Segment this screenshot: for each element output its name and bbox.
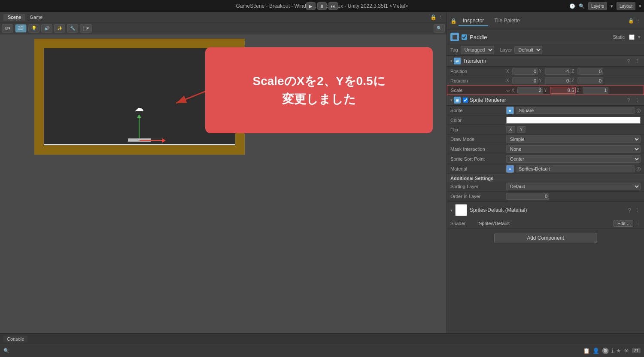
search-scene-button[interactable]: 🔍 xyxy=(434,24,445,33)
play-button[interactable]: ▶ xyxy=(306,2,316,10)
stacktrace-icon[interactable]: ℹ xyxy=(611,348,614,354)
draw-mode-dropdown[interactable]: Simple xyxy=(506,135,641,143)
rotation-x-input[interactable] xyxy=(512,77,538,84)
rotation-z-input[interactable] xyxy=(577,77,603,84)
object-active-checkbox[interactable] xyxy=(462,34,467,40)
tag-dropdown[interactable]: Untagged xyxy=(461,46,494,54)
order-in-layer-input[interactable] xyxy=(506,193,549,200)
layer-dropdown[interactable]: Default xyxy=(514,46,542,54)
draw-mode-label: Draw Mode xyxy=(450,137,506,142)
tab-tile-palette[interactable]: Tile Palette xyxy=(490,16,524,26)
scale-y-input[interactable] xyxy=(550,87,576,94)
tag-layer-row: Tag Untagged Layer Default xyxy=(447,44,644,56)
static-dropdown-chevron[interactable]: ▾ xyxy=(638,34,641,40)
position-row: Position X Y Z xyxy=(447,67,644,76)
scale-z-label: Z xyxy=(577,88,582,93)
lighting-button[interactable]: 💡 xyxy=(28,24,39,33)
layout-chevron[interactable]: ▾ xyxy=(639,3,641,9)
mask-interaction-dropdown[interactable]: None xyxy=(506,145,641,153)
shader-value: Sprites/Default xyxy=(479,221,611,226)
mask-interaction-value: None xyxy=(506,145,641,153)
tab-scene[interactable]: Scene xyxy=(3,14,25,21)
sprite-renderer-icon: ▣ xyxy=(454,97,461,104)
rotation-y-input[interactable] xyxy=(545,77,571,84)
pause-button[interactable]: ⏸ xyxy=(317,2,327,10)
sprite-sort-point-value: Center xyxy=(506,155,641,163)
eye-icon[interactable]: 👁 xyxy=(624,348,629,354)
lock-panel-icon[interactable]: 🔒 xyxy=(628,18,634,24)
gizmos-button[interactable]: ⬚▾ xyxy=(80,24,92,33)
material-info-icon[interactable]: ? xyxy=(628,207,631,214)
scale-x-input[interactable] xyxy=(517,87,543,94)
shader-more-icon[interactable]: ⋮ xyxy=(636,221,641,226)
object-name[interactable]: Paddle xyxy=(470,34,610,40)
tab-inspector[interactable]: Inspector xyxy=(459,16,488,26)
material-value-group: ● Sprites-Default ◎ xyxy=(506,165,641,173)
shader-edit-button[interactable]: Edit... xyxy=(614,220,633,227)
sprite-renderer-more-icon[interactable]: ⋮ xyxy=(634,97,641,104)
bottom-panel: Console 🔍 📋 👤 🔘 ℹ ★ 👁 21 xyxy=(0,333,644,357)
sprite-select-icon[interactable]: ◎ xyxy=(636,107,641,113)
color-swatch[interactable] xyxy=(506,117,641,124)
step-button[interactable]: ⏭ xyxy=(328,2,338,10)
transform-help-icon[interactable]: ? xyxy=(625,58,632,64)
collapse-icon[interactable]: 📋 xyxy=(583,348,590,354)
position-y-input[interactable] xyxy=(545,68,571,75)
flip-x-button[interactable]: X xyxy=(506,126,515,133)
position-x-input[interactable] xyxy=(512,68,538,75)
layout-button[interactable]: Layout xyxy=(617,2,635,10)
material-name: Sprites-Default (Material) xyxy=(470,207,626,213)
rot-y-label: Y xyxy=(539,78,544,83)
scene-view-mode[interactable]: ⊙▾ xyxy=(2,24,13,33)
sprite-value: Square xyxy=(516,107,635,114)
timestamp-icon[interactable]: 🔘 xyxy=(602,348,609,354)
search-icon[interactable]: 🔍 xyxy=(579,3,585,9)
tab-game[interactable]: Game xyxy=(25,14,47,21)
position-xyz: X Y Z xyxy=(506,68,641,75)
effects-button[interactable]: ✨ xyxy=(54,24,65,33)
gameobject-icon: ⬛ xyxy=(450,33,459,41)
sprite-value-group: ■ Square ◎ xyxy=(506,107,641,114)
material-expand-chevron[interactable]: ▾ xyxy=(450,208,453,213)
error-pause-icon[interactable]: 👤 xyxy=(592,348,599,354)
2d-mode-button[interactable]: 2D xyxy=(15,24,27,33)
transform-more-icon[interactable]: ⋮ xyxy=(634,58,641,64)
console-tab[interactable]: Console xyxy=(3,336,27,342)
sprite-renderer-checkbox[interactable] xyxy=(463,98,468,103)
sprite-renderer-name: Sprite Renderer xyxy=(470,97,625,103)
bottom-content: 🔍 📋 👤 🔘 ℹ ★ 👁 21 xyxy=(0,344,644,357)
scene-tools-button[interactable]: 🔧 xyxy=(67,24,78,33)
material-more-icon[interactable]: ⋮ xyxy=(634,207,641,214)
favorite-icon[interactable]: ★ xyxy=(616,348,621,354)
scene-tabs: Scene Game 🔒 ⋮ xyxy=(0,12,447,22)
additional-settings-header: Additional Settings xyxy=(447,174,644,182)
transform-icon: ⇄ xyxy=(454,58,461,64)
sorting-layer-dropdown[interactable]: Default xyxy=(506,183,641,190)
title-bar: GameScene - Breakout - Windows, Mac, Lin… xyxy=(0,0,644,12)
add-component-button[interactable]: Add Component xyxy=(494,233,597,243)
additional-settings-label: Additional Settings xyxy=(450,176,493,181)
rotation-xyz: X Y Z xyxy=(506,77,641,84)
mask-interaction-row: Mask Interaction None xyxy=(447,144,644,154)
bottom-panel-tabs: Console xyxy=(0,334,644,344)
draw-mode-row: Draw Mode Simple xyxy=(447,134,644,144)
sprite-sort-point-dropdown[interactable]: Center xyxy=(506,155,641,163)
transform-component-header[interactable]: ▾ ⇄ Transform ? ⋮ xyxy=(447,56,644,67)
scale-z-input[interactable] xyxy=(583,87,608,94)
scale-y-label: Y xyxy=(544,88,549,93)
static-checkbox[interactable] xyxy=(629,34,635,40)
sprite-renderer-header[interactable]: ▾ ▣ Sprite Renderer ? ⋮ xyxy=(447,95,644,106)
log-count: 21 xyxy=(632,348,641,353)
audio-button[interactable]: 🔊 xyxy=(41,24,52,33)
layers-chevron[interactable]: ▾ xyxy=(611,3,613,9)
flip-y-button[interactable]: Y xyxy=(517,126,526,133)
layers-button[interactable]: Layers xyxy=(588,2,607,10)
material-select-icon[interactable]: ◎ xyxy=(636,166,641,172)
sprite-renderer-help-icon[interactable]: ? xyxy=(625,97,632,104)
scale-row: Scale ∞ X Y Z xyxy=(447,85,644,95)
tag-label: Tag xyxy=(450,47,458,52)
pos-x-label: X xyxy=(506,69,511,73)
scale-label: Scale xyxy=(451,88,507,93)
material-section: ▾ Sprites-Default (Material) ? ⋮ xyxy=(447,201,644,219)
position-z-input[interactable] xyxy=(577,68,603,75)
